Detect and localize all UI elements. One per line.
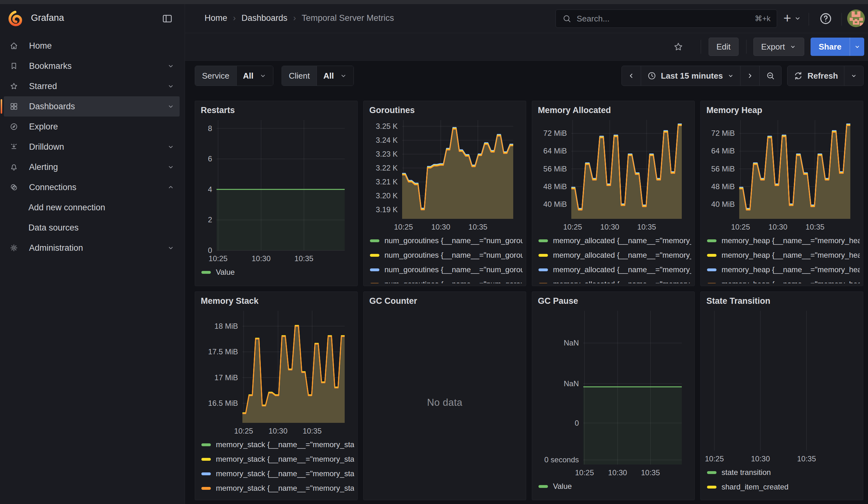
x-tick-label: 10:25: [705, 454, 724, 463]
sidebar-nav: HomeBookmarksStarredDashboardsExploreDri…: [0, 33, 185, 504]
grid-icon: [9, 102, 18, 111]
panel-title[interactable]: Goroutines: [367, 104, 523, 117]
panel-title[interactable]: GC Pause: [535, 294, 691, 308]
x-tick-label: 10:25: [209, 254, 228, 263]
breadcrumb-dashboards[interactable]: Dashboards: [241, 13, 288, 23]
chevron-down-icon: [167, 163, 175, 171]
legend-item[interactable]: memory_allocated {__name__="memory_a: [538, 248, 691, 263]
legend-item[interactable]: num_goroutines {__name__="num_gorout: [370, 263, 523, 277]
legend: memory_heap {__name__="memory_heapmemory…: [704, 233, 860, 283]
grafana-logo-icon[interactable]: [8, 10, 23, 27]
y-tick-label: NaN: [564, 339, 579, 347]
zoom-out-button[interactable]: [760, 66, 781, 85]
legend-item[interactable]: shard_item_created: [707, 480, 860, 494]
legend-item[interactable]: memory_allocated {__name__="memory_a: [538, 263, 691, 277]
panel-title[interactable]: Memory Stack: [198, 294, 354, 308]
legend-item[interactable]: memory_stack {__name__="memory_sta: [202, 466, 354, 481]
legend-item[interactable]: memory_allocated {__name__="memory_a: [538, 277, 691, 283]
legend-item[interactable]: memory_heap {__name__="memory_heap: [707, 233, 860, 248]
y-tick-label: 3.21 K: [376, 177, 398, 186]
filter-bar: Service All Client All: [195, 66, 354, 86]
x-tick-label: 10:35: [468, 223, 487, 232]
refresh-interval-dropdown[interactable]: [844, 66, 863, 85]
legend-item[interactable]: Value: [202, 265, 354, 279]
legend-item[interactable]: num_goroutines {__name__="num_gorout: [370, 277, 523, 283]
user-avatar[interactable]: [847, 10, 865, 27]
legend-item[interactable]: memory_heap {__name__="memory_heap: [707, 248, 860, 263]
sidebar-item-explore[interactable]: Explore: [4, 116, 179, 137]
panel-title[interactable]: Restarts: [198, 104, 354, 117]
filter-client-select[interactable]: All: [317, 66, 353, 85]
chart-area[interactable]: 72 MiB64 MiB56 MiB48 MiB40 MiB10:2510:30…: [535, 117, 691, 233]
legend-label: memory_heap {__name__="memory_heap: [722, 265, 860, 274]
sidebar-subitem-add-new-connection[interactable]: Add new connection: [4, 197, 179, 218]
sidebar-item-chevron[interactable]: [167, 82, 175, 90]
sidebar-item-dashboards[interactable]: Dashboards: [4, 96, 179, 116]
chart-area[interactable]: 10:2510:3010:35: [704, 308, 860, 465]
sidebar-item-alerting[interactable]: Alerting: [4, 157, 179, 177]
legend-item[interactable]: memory_stack {__name__="memory_sta: [202, 438, 354, 452]
share-button[interactable]: Share: [810, 38, 850, 56]
legend-item[interactable]: state transition: [707, 465, 860, 480]
y-tick-label: 0: [208, 246, 212, 255]
sidebar-item-connections[interactable]: Connections: [4, 177, 179, 197]
chart-area[interactable]: 18 MiB17.5 MiB17 MiB16.5 MiB10:2510:3010…: [198, 308, 354, 438]
panel-title[interactable]: Memory Heap: [704, 104, 860, 117]
legend-item[interactable]: num_goroutines {__name__="num_gorout: [370, 233, 523, 248]
sidebar-item-starred[interactable]: Starred: [4, 76, 179, 96]
sidebar-item-chevron[interactable]: [167, 62, 175, 70]
chevron-up-icon: [167, 184, 175, 191]
y-tick-label: 0 seconds: [545, 455, 579, 464]
help-icon[interactable]: [819, 12, 833, 25]
sidebar-item-bookmarks[interactable]: Bookmarks: [4, 56, 179, 76]
sidebar-subitem-data-sources[interactable]: Data sources: [4, 218, 179, 238]
sidebar-item-chevron[interactable]: [167, 163, 175, 171]
sidebar-item-chevron[interactable]: [167, 184, 175, 191]
edit-button[interactable]: Edit: [709, 38, 738, 56]
search-input[interactable]: Search... ⌘+k: [556, 10, 777, 28]
add-new-button[interactable]: +: [783, 11, 802, 25]
chart-area[interactable]: 72 MiB64 MiB56 MiB48 MiB40 MiB10:2510:30…: [704, 117, 860, 233]
breadcrumb-home[interactable]: Home: [205, 13, 227, 23]
sidebar-item-chevron[interactable]: [167, 103, 175, 110]
time-range-picker[interactable]: Last 15 minutes: [641, 66, 741, 85]
legend-swatch: [202, 271, 211, 274]
chart-area[interactable]: 3.25 K3.24 K3.23 K3.22 K3.21 K3.20 K3.19…: [367, 117, 523, 233]
legend-item[interactable]: memory_heap {__name__="memory_heap: [707, 277, 860, 283]
legend-label: memory_stack {__name__="memory_sta: [216, 455, 354, 464]
legend-item[interactable]: memory_stack {__name__="memory_sta: [202, 481, 354, 495]
legend-item[interactable]: memory_heap {__name__="memory_heap: [707, 263, 860, 277]
sidebar-item-drilldown[interactable]: Drilldown: [4, 137, 179, 157]
share-button-group: Share: [810, 38, 864, 56]
sidebar-toggle-icon[interactable]: [162, 13, 173, 24]
y-tick-label: 3.25 K: [376, 122, 398, 131]
sidebar-item-label: Administration: [29, 243, 156, 253]
time-shift-back-button[interactable]: [622, 66, 641, 85]
favorite-star-icon[interactable]: [673, 41, 684, 52]
legend-item[interactable]: num_goroutines {__name__="num_gorout: [370, 248, 523, 263]
legend-item[interactable]: memory_allocated {__name__="memory_a: [538, 233, 691, 248]
legend-swatch: [202, 487, 211, 490]
panel-title[interactable]: GC Counter: [367, 294, 523, 308]
sidebar-item-chevron[interactable]: [167, 143, 175, 151]
chart-svg: [704, 308, 860, 465]
search-shortcut: ⌘+k: [755, 14, 771, 23]
time-shift-forward-button[interactable]: [741, 66, 760, 85]
share-dropdown-button[interactable]: [850, 38, 864, 56]
sidebar-item-label: Home: [29, 41, 179, 51]
chart-area[interactable]: 8642010:2510:3010:35: [198, 117, 354, 265]
sidebar-item-administration[interactable]: Administration: [4, 238, 179, 258]
sidebar-item-chevron[interactable]: [167, 244, 175, 252]
panel-title[interactable]: State Transition: [704, 294, 860, 308]
panel-memory-stack: Memory Stack18 MiB17.5 MiB17 MiB16.5 MiB…: [195, 291, 358, 500]
legend-swatch: [370, 283, 379, 284]
legend-item[interactable]: Value: [538, 479, 691, 494]
sidebar-item-home[interactable]: Home: [4, 36, 179, 56]
legend-item[interactable]: memory_stack {__name__="memory_sta: [202, 452, 354, 466]
export-button[interactable]: Export: [753, 38, 804, 56]
legend-swatch: [202, 443, 211, 446]
refresh-button[interactable]: Refresh: [787, 66, 844, 85]
filter-service-select[interactable]: All: [237, 66, 273, 85]
chart-area[interactable]: NaNNaN00 seconds10:2510:3010:35: [535, 308, 691, 479]
panel-title[interactable]: Memory Allocated: [535, 104, 691, 117]
